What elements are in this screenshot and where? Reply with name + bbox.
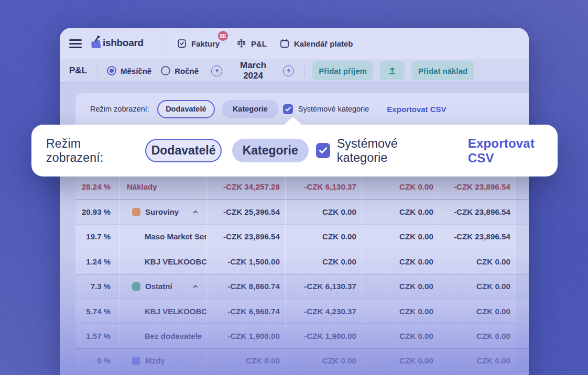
row-value: CZK 0.00	[362, 349, 439, 373]
row-name: KBJ VELKOOBC...	[145, 257, 206, 266]
table-row-maso-market[interactable]: 19.7 % Maso Market Ser... -CZK 23,896.54…	[75, 224, 529, 249]
row-name-cell: Ostatní	[119, 274, 207, 299]
invoice-count-badge: 55	[218, 31, 228, 41]
row-percent: 7.3 %	[75, 274, 119, 299]
pnl-toolbar: P&L Měsíčně Ročně March 2024 Přidat příj…	[60, 59, 529, 83]
row-value: -CZK 6,130.37	[286, 274, 362, 299]
row-value: -CZK 25,396.54	[207, 200, 286, 224]
dishboard-logo-icon	[88, 35, 104, 51]
row-percent: 1.24 %	[75, 249, 119, 273]
row-name-cell: KBJ VELKOOBC...	[119, 299, 207, 323]
categories-mode-pill[interactable]: Kategorie	[222, 100, 279, 118]
next-month-button[interactable]	[283, 65, 294, 76]
row-value: CZK 0.00	[286, 200, 362, 224]
calendar-icon	[279, 38, 290, 49]
categories-mode-pill[interactable]: Kategorie	[232, 139, 309, 162]
row-value: -CZK 23,896.54	[439, 174, 516, 199]
system-categories-checkbox[interactable]	[283, 104, 293, 114]
toolbar-divider	[97, 64, 97, 77]
radio-button-selected[interactable]	[107, 66, 116, 75]
table-row-kbj-2[interactable]: 5.74 % KBJ VELKOOBC... -CZK 6,960.74 -CZ…	[75, 299, 529, 323]
topbar-divider	[168, 37, 168, 50]
row-name-cell: Bez dodavatele	[119, 324, 207, 348]
row-percent: 20.93 %	[75, 200, 119, 224]
row-value: CZK 0.00	[362, 249, 439, 273]
table-row-suroviny[interactable]: 20.93 % Suroviny -CZK 25,396.54 CZK 0.00…	[75, 199, 529, 224]
upload-icon	[387, 66, 397, 76]
table-row-ostatni[interactable]: 7.3 % Ostatní -CZK 8,860.74 -CZK 6,130.3…	[75, 274, 529, 299]
hamburger-menu-icon[interactable]	[69, 39, 82, 48]
row-name: Náklady	[127, 182, 157, 191]
row-value: -CZK 23,896.54	[439, 200, 516, 224]
view-mode-callout: Režim zobrazení: Dodavatelé Kategorie Sy…	[31, 125, 558, 177]
callout-arrow	[283, 117, 303, 126]
row-spacer-cell	[516, 225, 529, 249]
period-label: March 2024	[232, 60, 275, 81]
arrow-right-icon	[286, 68, 292, 74]
nav-tab-pnl[interactable]: P&L	[236, 36, 267, 51]
nav-tab-label: P&L	[251, 39, 267, 48]
chevron-up-icon[interactable]	[192, 208, 199, 216]
radio-monthly[interactable]: Měsíčně	[107, 66, 151, 75]
previous-month-button[interactable]	[211, 65, 222, 76]
scales-icon	[236, 38, 247, 49]
row-percent: 5.74 %	[75, 299, 119, 323]
view-mode-label: Režim zobrazení:	[46, 137, 135, 165]
system-categories-checkbox[interactable]	[316, 143, 330, 158]
suppliers-mode-pill[interactable]: Dodavatelé	[145, 139, 221, 162]
nav-tab-kalendar-plateb[interactable]: Kalendář plateb	[279, 36, 353, 51]
row-value: CZK 0.00	[439, 299, 516, 323]
pnl-table: 28.24 % Náklady -CZK 34,257.28 -CZK 6,13…	[75, 174, 529, 375]
row-value: -CZK 8,860.74	[207, 274, 286, 299]
upload-button[interactable]	[380, 61, 405, 80]
invoice-icon	[177, 38, 187, 49]
row-value: CZK 0.00	[362, 299, 439, 323]
row-value: CZK 0.00	[286, 225, 362, 249]
row-name: Maso Market Ser...	[145, 232, 206, 241]
row-name-cell: Maso Market Ser...	[119, 225, 207, 249]
radio-label: Ročně	[175, 67, 199, 75]
export-csv-link[interactable]: Exportovat CSV	[387, 105, 446, 114]
row-value: CZK 0.00	[362, 274, 439, 299]
row-value: CZK 0.00	[439, 324, 516, 348]
row-spacer-cell	[516, 299, 529, 323]
category-color-swatch	[132, 208, 140, 216]
row-value: CZK 0.00	[362, 200, 439, 224]
row-value: CZK 0.00	[439, 349, 516, 373]
row-name: Ostatní	[145, 282, 172, 291]
table-row-bez-dodavatele[interactable]: 1.57 % Bez dodavatele -CZK 1,900.00 -CZK…	[75, 323, 529, 348]
row-value: -CZK 4,230.37	[286, 299, 362, 323]
radio-label: Měsíčně	[121, 67, 151, 75]
row-percent: 19.7 %	[75, 225, 119, 249]
logo-text: ishboard	[103, 37, 144, 49]
suppliers-mode-pill[interactable]: Dodavatelé	[157, 100, 215, 118]
radio-yearly[interactable]: Ročně	[161, 66, 199, 75]
row-value: -CZK 1,900.00	[286, 324, 362, 348]
view-mode-label: Režim zobrazení:	[90, 105, 149, 113]
system-categories-label: Systémové kategorie	[298, 105, 369, 113]
export-csv-link[interactable]: Exportovat CSV	[468, 136, 558, 166]
table-row-mzdy[interactable]: 0 % Mzdy CZK 0.00 CZK 0.00 CZK 0.00 CZK …	[75, 348, 529, 373]
row-value: CZK 0.00	[286, 249, 362, 273]
system-categories-label: Systémové kategorie	[337, 137, 444, 165]
row-value: -CZK 34,257.28	[207, 174, 286, 199]
row-name-cell: Náklady	[119, 174, 207, 199]
row-value: -CZK 1,900.00	[207, 324, 286, 348]
add-expense-button[interactable]: Přidat náklad	[411, 61, 474, 80]
row-spacer-cell	[516, 274, 529, 299]
nav-tab-faktury[interactable]: Faktury 55	[177, 36, 220, 51]
table-row-naklady-total[interactable]: 28.24 % Náklady -CZK 34,257.28 -CZK 6,13…	[75, 174, 529, 199]
chevron-up-icon[interactable]	[192, 283, 199, 290]
page-title: P&L	[69, 65, 87, 76]
row-name: Bez dodavatele	[145, 332, 202, 340]
row-value: -CZK 6,130.37	[286, 174, 362, 199]
table-row-kbj-1[interactable]: 1.24 % KBJ VELKOOBC... -CZK 1,500.00 CZK…	[75, 249, 529, 273]
row-spacer-cell	[516, 349, 529, 373]
radio-button[interactable]	[161, 66, 170, 75]
row-value: CZK 0.00	[439, 274, 516, 299]
row-value: CZK 0.00	[362, 324, 439, 348]
add-income-button[interactable]: Přidat příjem	[312, 61, 373, 80]
category-color-swatch	[132, 282, 140, 291]
top-navigation-bar: ishboard Faktury 55	[60, 28, 529, 59]
row-name: KBJ VELKOOBC...	[145, 307, 206, 316]
